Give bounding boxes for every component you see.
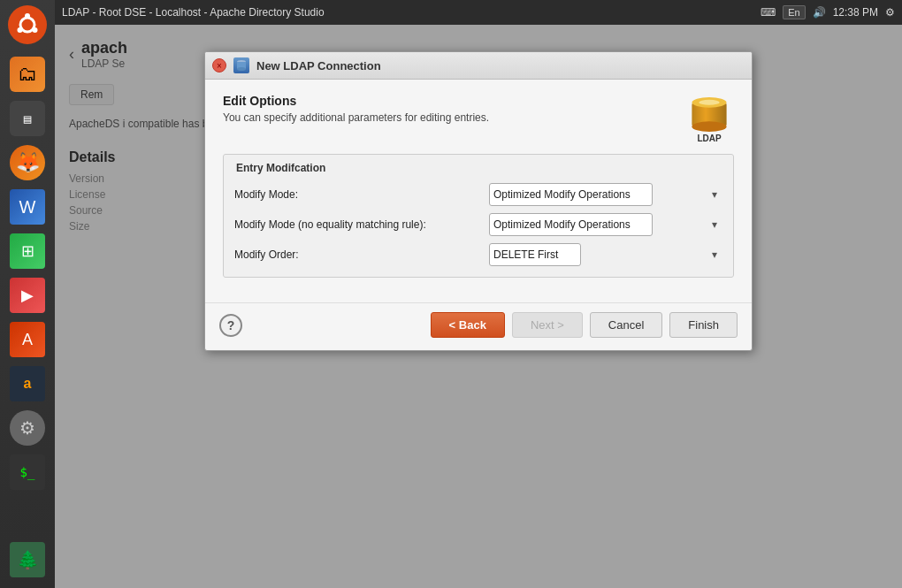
modify-mode-select-wrapper: Always Replace Optimized Modify Operatio… [489,183,722,206]
ldap-icon-box: LDAP [684,94,734,143]
keyboard-icon: ⌨ [761,6,776,19]
modify-order-select-wrapper: DELETE First ADD First [489,243,722,266]
svg-point-4 [33,27,38,33]
ldap-label: LDAP [697,134,721,143]
ldap-cylinder-icon [687,94,731,132]
taskbar: 🗂 ▤ 🦊 W ⊞ ▶ A a ⚙ [0,0,55,588]
modify-order-select[interactable]: DELETE First ADD First [489,243,581,266]
back-button[interactable]: < Back [431,312,505,338]
clock: 12:38 PM [833,6,878,19]
new-ldap-connection-dialog: × New LDAP Connection Edit Options [204,51,753,351]
window-title: LDAP - Root DSE - Localhost - Apache Dir… [62,6,761,19]
finish-button[interactable]: Finish [669,312,738,338]
svg-point-7 [237,67,246,71]
ubuntu-icon[interactable] [6,4,49,46]
dialog-title: New LDAP Connection [256,59,381,73]
dialog-body: Edit Options You can specify additional … [205,80,752,299]
modify-mode-select[interactable]: Always Replace Optimized Modify Operatio… [489,183,653,206]
text-editor-icon[interactable]: A [6,318,49,361]
close-icon: × [217,61,222,71]
modify-mode-no-eq-row: Modify Mode (no equality matching rule):… [234,213,722,236]
modify-mode-no-eq-select-wrapper: Always Replace Optimized Modify Operatio… [489,213,722,236]
edit-options-header: Edit Options You can specify additional … [223,94,734,143]
edit-options-left: Edit Options You can specify additional … [223,94,489,124]
dialog-titlebar: × New LDAP Connection [205,52,752,80]
dialog-db-icon [233,57,249,73]
volume-icon: 🔊 [813,6,826,19]
svg-point-11 [699,100,719,105]
cancel-button[interactable]: Cancel [590,312,662,338]
footer-right: < Back Next > Cancel Finish [431,312,738,338]
calc-icon[interactable]: ⊞ [6,230,49,272]
dialog-overlay: × New LDAP Connection Edit Options [55,25,902,588]
entry-modification-section: Entry Modifcation Modify Mode: Always Re… [223,154,734,278]
modify-mode-label: Modify Mode: [234,188,482,201]
power-icon[interactable]: ⚙ [885,6,895,19]
svg-point-2 [25,13,30,19]
footer-left: ? [219,314,242,337]
files-icon[interactable]: 🗂 [6,53,49,95]
topbar: LDAP - Root DSE - Localhost - Apache Dir… [55,0,902,25]
next-button[interactable]: Next > [512,312,583,338]
dialog-close-button[interactable]: × [212,58,226,73]
svg-point-12 [692,121,726,132]
edit-options-desc: You can specify additional parameters fo… [223,111,489,124]
modify-order-row: Modify Order: DELETE First ADD First [234,243,722,266]
modify-mode-no-eq-select[interactable]: Always Replace Optimized Modify Operatio… [489,213,653,236]
terminal-small-icon[interactable]: ▤ [6,97,49,140]
modify-mode-row: Modify Mode: Always Replace Optimized Mo… [234,183,722,206]
edit-options-title: Edit Options [223,94,489,108]
dialog-footer: ? < Back Next > Cancel Finish [205,302,752,350]
modify-order-label: Modify Order: [234,248,482,261]
firefox-icon[interactable]: 🦊 [6,141,49,184]
topbar-right: ⌨ En 🔊 12:38 PM ⚙ [761,5,895,19]
tree-icon[interactable]: 🌲 [6,538,49,581]
lang-button[interactable]: En [783,5,805,19]
writer-icon[interactable]: W [6,186,49,228]
help-button[interactable]: ? [219,314,242,337]
section-legend: Entry Modifcation [234,162,722,174]
impress-icon[interactable]: ▶ [6,274,49,317]
modify-mode-no-eq-label: Modify Mode (no equality matching rule): [234,218,482,231]
amazon-icon[interactable]: a [6,363,49,405]
terminal-icon[interactable]: $_ [6,451,49,493]
main-area: ‹ apach LDAP Se Rem ApacheDS i compatibl… [55,25,902,588]
svg-point-3 [18,27,23,33]
settings-icon[interactable]: ⚙ [6,407,49,449]
